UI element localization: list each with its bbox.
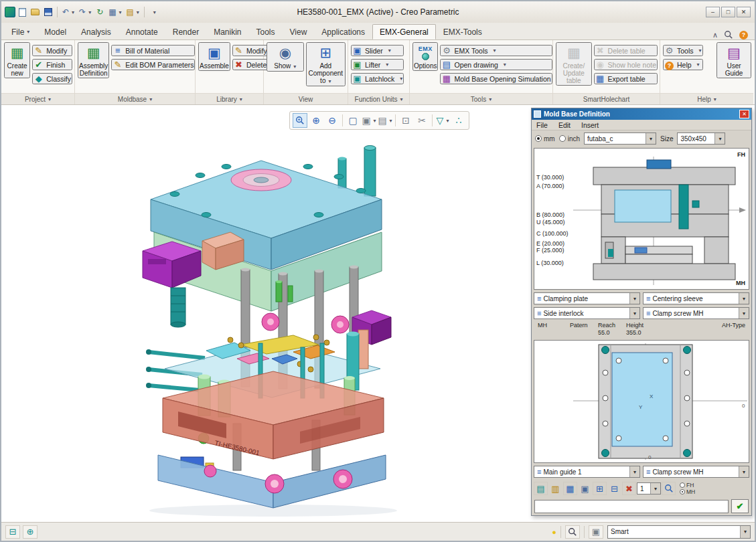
fh-radio[interactable]: FH (680, 482, 695, 488)
annotation-display-button[interactable]: ▤ (378, 113, 392, 128)
find-button[interactable] (565, 525, 580, 539)
group-label-project[interactable]: Project (1, 93, 74, 104)
clamp-screw-mh-select-2[interactable]: ≡Clamp screw MH▾ (643, 466, 749, 478)
latchlock-button[interactable]: ▣Latchlock (351, 73, 404, 84)
group-label-function-units[interactable]: Function Units (348, 93, 409, 104)
minimize-button[interactable]: – (706, 7, 720, 17)
browser-toggle-button[interactable]: ⊕ (23, 525, 37, 539)
new-file-button[interactable] (16, 5, 28, 19)
create-update-table-button[interactable]: ▦ Create/ Update table (556, 42, 592, 86)
open-drawing-button[interactable]: ▤Open drawing (440, 59, 552, 70)
emx-tools-button[interactable]: ⚙EMX Tools (440, 45, 552, 56)
group-label-moldbase[interactable]: Moldbase (75, 93, 195, 104)
size-select[interactable]: 350x450▾ (677, 132, 725, 145)
side-interlock-select[interactable]: ≡Side interlock▾ (534, 307, 640, 319)
capture-button[interactable]: ⊡ (398, 113, 413, 128)
table-doc-button[interactable]: ▦ (563, 482, 577, 495)
open-file-button[interactable] (29, 5, 42, 19)
add-component-button[interactable]: ⊞ Add Component to (306, 42, 346, 86)
unit-inch-radio[interactable]: inch (559, 135, 580, 143)
delete-table-button[interactable]: ✖Delete table (594, 45, 658, 56)
message-field[interactable] (534, 500, 729, 513)
user-guide-button[interactable]: ▤ User Guide (716, 42, 751, 78)
undo-button[interactable]: ↶ (60, 5, 76, 19)
project-classify-button[interactable]: ◆Classify (32, 73, 72, 84)
supplier-select[interactable]: futaba_c▾ (584, 132, 656, 145)
assemble-button[interactable]: ▣ Assemble (198, 42, 230, 71)
redo-button[interactable]: ↷ (77, 5, 93, 19)
edit-bom-parameters-button[interactable]: ✎Edit BOM Parameters (111, 59, 195, 70)
dialog-zoom-button[interactable] (662, 482, 676, 495)
help-button[interactable]: ?Help (663, 59, 703, 70)
tab-annotate[interactable]: Annotate (119, 24, 165, 39)
clamp-screw-mh-select[interactable]: ≡Clamp screw MH▾ (643, 307, 749, 319)
mold-assembly-model[interactable]: TI-HE3580-001 (5, 109, 521, 519)
grid-button[interactable]: ⊞ (593, 482, 607, 495)
tab-emx-general[interactable]: EMX-General (372, 24, 436, 39)
dialog-menu-insert[interactable]: Insert (577, 121, 603, 129)
customize-quick-access-button[interactable] (147, 5, 159, 19)
project-finish-button[interactable]: ✔Finish (32, 59, 72, 70)
library-modify-button[interactable]: ✎Modify (232, 45, 269, 56)
regenerate-button[interactable]: ↻ (94, 5, 106, 19)
refit-button[interactable]: ▢ (346, 113, 360, 128)
model-tree-toggle-button[interactable]: ⊟ (5, 525, 20, 539)
display-style-button[interactable]: ▣ (362, 113, 376, 128)
save-config-button[interactable]: ▤ (534, 482, 548, 495)
export-table-button[interactable]: ▦Export table (594, 73, 658, 84)
tab-manikin[interactable]: Manikin (206, 24, 248, 39)
centering-sleeve-select[interactable]: ≡Centering sleeve▾ (643, 292, 749, 304)
tab-tools[interactable]: Tools (249, 24, 283, 39)
create-new-button[interactable]: ▦ Create new (4, 42, 30, 78)
tab-model[interactable]: Model (37, 24, 74, 39)
help-icon[interactable]: ? (739, 31, 748, 39)
selection-filter-select[interactable]: Smart▾ (607, 525, 751, 539)
group-label-help[interactable]: Help (660, 93, 753, 104)
assembly-definition-button[interactable]: ▦ Assembly Definition (78, 42, 109, 78)
library-delete-button[interactable]: ✖Delete (232, 59, 269, 70)
tab-view[interactable]: View (283, 24, 315, 39)
lifter-button[interactable]: ▣Lifter (351, 59, 404, 70)
options-button[interactable]: EMX Options (412, 42, 438, 71)
restore-button[interactable]: □ (721, 7, 735, 17)
spin-center-button[interactable]: ∴ (451, 113, 466, 128)
tab-file[interactable]: File (4, 24, 37, 39)
chevron-down-icon[interactable]: ▾ (714, 133, 725, 144)
zoom-in-button[interactable]: ⊕ (309, 113, 323, 128)
load-config-button[interactable]: ▥ (548, 482, 562, 495)
show-hole-note-button[interactable]: ◉Show hole note (594, 59, 658, 70)
zoom-window-button[interactable] (293, 113, 307, 128)
tab-applications[interactable]: Applications (314, 24, 372, 39)
tab-analysis[interactable]: Analysis (74, 24, 119, 39)
group-label-view[interactable]: View (264, 93, 348, 104)
unit-mm-radio[interactable]: mm (535, 135, 555, 143)
save-button[interactable] (42, 5, 54, 19)
group-label-library[interactable]: Library (196, 93, 263, 104)
ok-button[interactable]: ✔ (731, 499, 749, 513)
dialog-menu-file[interactable]: File (532, 121, 552, 129)
delete-all-button[interactable]: ✖ (622, 482, 636, 495)
close-window-menu-button[interactable]: ▤ (125, 5, 141, 19)
mold-base-opening-simulation-button[interactable]: ▦Mold Base Opening Simulation (440, 73, 552, 84)
help-tools-button[interactable]: ⚙Tools (663, 45, 703, 56)
mh-radio[interactable]: MH (680, 488, 695, 495)
slider-button[interactable]: ▣Slider (351, 45, 404, 56)
bill-of-material-button[interactable]: ≡Bill of Material (111, 45, 195, 56)
windows-button[interactable]: ▦ (106, 5, 123, 19)
search-icon[interactable] (724, 30, 733, 39)
tab-render[interactable]: Render (165, 24, 206, 39)
group-label-smartholechart[interactable]: SmartHolechart (553, 93, 660, 104)
tab-emx-tools[interactable]: EMX-Tools (436, 24, 489, 39)
clamping-plate-select[interactable]: ≡Clamping plate▾ (534, 292, 640, 304)
group-label-tools[interactable]: Tools (410, 93, 552, 104)
dark-table-button[interactable]: ▣ (578, 482, 592, 495)
grid-2-button[interactable]: ⊟ (607, 482, 621, 495)
main-guide-select[interactable]: ≡Main guide 1▾ (534, 466, 640, 478)
chevron-down-icon[interactable]: ▾ (646, 133, 656, 144)
collapse-ribbon-icon[interactable]: ∧ (712, 31, 718, 39)
dialog-titlebar[interactable]: Mold Base Definition ✕ (532, 108, 751, 120)
zoom-out-button[interactable]: ⊖ (325, 113, 339, 128)
select-box-button[interactable]: ▣ (589, 525, 603, 539)
dialog-menu-edit[interactable]: Edit (554, 121, 575, 129)
dialog-close-button[interactable]: ✕ (739, 110, 749, 118)
